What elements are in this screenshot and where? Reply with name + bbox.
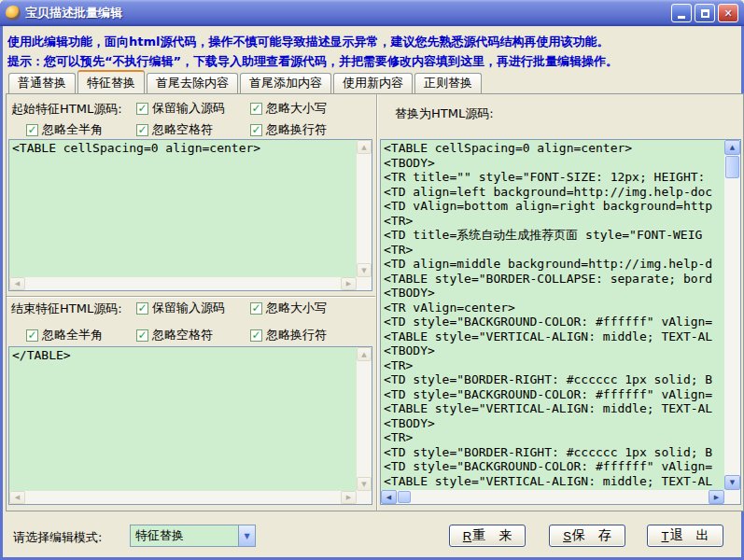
checkbox-start-ignore-width[interactable]: ✓ 忽略全半角 (26, 121, 103, 138)
tab-feature-replace[interactable]: 特征替换 (77, 70, 145, 93)
scroll-down-icon[interactable]: ▼ (357, 477, 372, 491)
maximize-button[interactable] (695, 4, 715, 22)
checkbox-checked-icon: ✓ (26, 124, 38, 136)
checkbox-label: 保留输入源码 (152, 100, 225, 117)
horizontal-scrollbar[interactable]: ◀ ▶ (381, 490, 724, 504)
checkbox-checked-icon: ✓ (136, 329, 148, 342)
column-divider (376, 94, 378, 511)
tab-add-head-tail[interactable]: 首尾添加内容 (240, 73, 331, 93)
exit-mnemonic: T (662, 529, 669, 543)
notice-line1: 使用此编辑功能，面向html源代码，操作不慎可能导致描述显示异常，建议您先熟悉源… (7, 32, 737, 51)
edit-mode-value: 特征替换 (131, 527, 238, 544)
checkbox-label: 忽略全半角 (42, 327, 103, 343)
checkbox-checked-icon: ✓ (136, 124, 148, 136)
checkbox-end-ignore-linebreak[interactable]: ✓ 忽略换行符 (250, 327, 327, 343)
checkbox-checked-icon: ✓ (250, 124, 262, 136)
feature-replace-panel: 起始特征HTML源码: ✓ 保留输入源码 ✓ 忽略大小写 ✓ 忽略全半角 ✓ 忽… (6, 93, 744, 511)
scroll-up-icon[interactable]: ▲ (357, 347, 372, 361)
save-button[interactable]: S保 存 (549, 525, 625, 547)
scroll-up-icon[interactable]: ▲ (357, 140, 372, 154)
scroll-down-icon[interactable]: ▼ (724, 475, 740, 490)
checkbox-label: 保留输入源码 (152, 300, 225, 316)
tab-use-new-content[interactable]: 使用新内容 (333, 73, 413, 93)
chevron-down-icon: ▼ (244, 532, 249, 540)
tab-regex-replace[interactable]: 正则替换 (414, 73, 482, 93)
checkbox-label: 忽略换行符 (266, 121, 327, 138)
checkbox-checked-icon: ✓ (26, 329, 38, 342)
checkbox-start-ignore-case[interactable]: ✓ 忽略大小写 (250, 100, 327, 117)
close-icon: ✕ (723, 7, 732, 20)
checkbox-label: 忽略空格符 (152, 327, 213, 343)
checkbox-checked-icon: ✓ (136, 302, 148, 315)
checkbox-start-keep-source[interactable]: ✓ 保留输入源码 (136, 100, 225, 117)
exit-label: 退 出 (669, 527, 709, 544)
tab-normal-replace[interactable]: 普通替换 (8, 73, 76, 93)
redo-button[interactable]: R重 来 (449, 525, 526, 547)
vertical-scroll-thumb[interactable] (725, 156, 739, 178)
checkbox-checked-icon: ✓ (250, 302, 262, 315)
combo-dropdown-button[interactable]: ▼ (238, 525, 255, 546)
checkbox-checked-icon: ✓ (250, 329, 262, 342)
checkbox-label: 忽略大小写 (266, 100, 327, 117)
checkbox-checked-icon: ✓ (250, 103, 262, 115)
redo-mnemonic: R (463, 529, 471, 543)
dialog-window: 宝贝描述批量编辑 ✕ 使用此编辑功能，面向html源代码，操作不慎可能导致描述显… (0, 0, 744, 560)
edit-mode-label: 请选择编辑模式: (13, 529, 102, 546)
exit-button[interactable]: T退 出 (647, 525, 723, 547)
checkbox-end-keep-source[interactable]: ✓ 保留输入源码 (136, 300, 225, 316)
end-feature-label: 结束特征HTML源码: (11, 301, 122, 317)
maximize-icon (701, 9, 709, 18)
checkbox-start-ignore-space[interactable]: ✓ 忽略空格符 (136, 121, 213, 138)
horizontal-scroll-thumb[interactable] (398, 491, 411, 503)
scroll-right-icon[interactable]: ▶ (709, 490, 724, 504)
vertical-scrollbar[interactable]: ▲ ▼ (357, 347, 372, 491)
redo-label: 重 来 (472, 527, 512, 544)
end-feature-code[interactable]: </TABLE> (12, 348, 355, 490)
start-feature-code-textarea[interactable]: <TABLE cellSpacing=0 align=center> ▲ ▼ ◀… (8, 139, 372, 291)
save-label: 保 存 (572, 527, 611, 544)
scroll-right-icon[interactable]: ▶ (341, 491, 357, 504)
window-title: 宝贝描述批量编辑 (25, 5, 671, 21)
horizontal-scrollbar[interactable]: ◀ ▶ (9, 491, 357, 504)
save-mnemonic: S (563, 529, 571, 543)
minimize-icon (678, 16, 685, 19)
checkbox-label: 忽略换行符 (266, 327, 327, 343)
vertical-scrollbar[interactable]: ▲ ▼ (724, 140, 740, 490)
checkbox-end-ignore-width[interactable]: ✓ 忽略全半角 (26, 327, 103, 343)
title-bar[interactable]: 宝贝描述批量编辑 ✕ (0, 0, 744, 26)
scroll-left-icon[interactable]: ◀ (9, 491, 25, 504)
checkbox-label: 忽略空格符 (152, 121, 213, 138)
minimize-button[interactable] (671, 4, 692, 22)
section-divider (7, 296, 375, 298)
checkbox-label: 忽略全半角 (42, 121, 103, 138)
horizontal-scrollbar[interactable]: ◀ ▶ (9, 277, 357, 290)
replace-html-textarea[interactable]: <TABLE cellSpacing=0 align=center> <TBOD… (380, 139, 741, 505)
tab-strip-head-tail[interactable]: 首尾去除内容 (147, 73, 238, 93)
checkbox-checked-icon: ✓ (136, 103, 148, 115)
edit-mode-select[interactable]: 特征替换 ▼ (130, 525, 256, 547)
end-feature-code-textarea[interactable]: </TABLE> ▲ ▼ ◀ ▶ (8, 346, 372, 505)
app-icon (6, 6, 21, 21)
replace-html-code[interactable]: <TABLE cellSpacing=0 align=center> <TBOD… (384, 141, 723, 489)
tab-strip: 普通替换 特征替换 首尾去除内容 首尾添加内容 使用新内容 正则替换 (8, 73, 484, 93)
scroll-down-icon[interactable]: ▼ (357, 263, 372, 277)
vertical-scrollbar[interactable]: ▲ ▼ (357, 140, 372, 277)
notice-line2: 提示：您可以预先“不执行编辑”，下载导入助理查看源代码，并把需要修改内容填到这里… (7, 51, 737, 71)
start-feature-code[interactable]: <TABLE cellSpacing=0 align=center> (12, 141, 355, 276)
scroll-left-icon[interactable]: ◀ (9, 277, 25, 290)
checkbox-end-ignore-case[interactable]: ✓ 忽略大小写 (250, 300, 327, 316)
scroll-left-icon[interactable]: ◀ (381, 490, 397, 504)
scroll-up-icon[interactable]: ▲ (724, 140, 740, 155)
scrollbar-corner (357, 277, 372, 290)
scrollbar-corner (357, 491, 372, 504)
checkbox-start-ignore-linebreak[interactable]: ✓ 忽略换行符 (250, 121, 327, 138)
checkbox-label: 忽略大小写 (266, 300, 327, 316)
footer-bar: 请选择编辑模式: 特征替换 ▼ R重 来 S保 存 T退 出 (6, 511, 738, 557)
replace-with-label: 替换为HTML源码: (395, 105, 494, 122)
scroll-right-icon[interactable]: ▶ (341, 277, 357, 290)
close-button[interactable]: ✕ (718, 4, 738, 22)
notice-text: 使用此编辑功能，面向html源代码，操作不慎可能导致描述显示异常，建议您先熟悉源… (7, 27, 737, 72)
checkbox-end-ignore-space[interactable]: ✓ 忽略空格符 (136, 327, 213, 343)
scrollbar-corner (724, 490, 740, 504)
start-feature-label: 起始特征HTML源码: (11, 101, 122, 118)
